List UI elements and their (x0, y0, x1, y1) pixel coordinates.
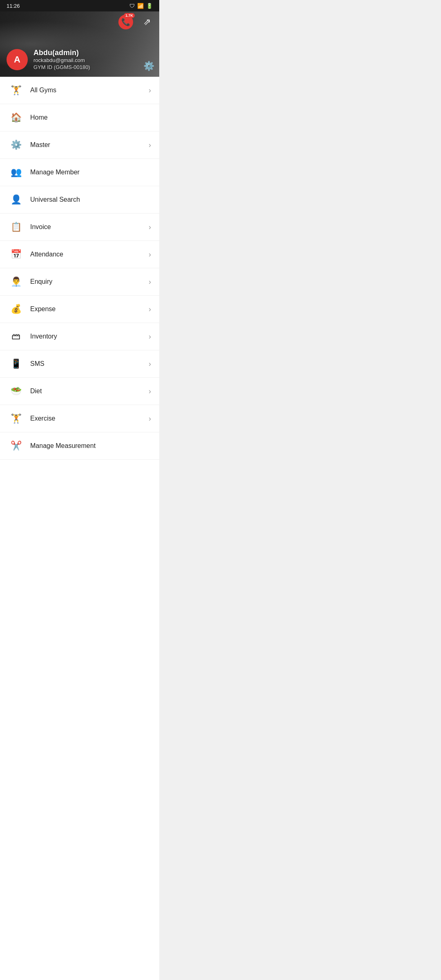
menu-label-master: Master (30, 141, 149, 149)
status-time: 11:26 (7, 3, 20, 9)
menu-item-exercise[interactable]: 🏋️ Exercise › (0, 405, 159, 432)
gym-id: GYM ID (GGMS-00180) (33, 64, 90, 70)
shield-icon: 🛡 (129, 3, 135, 9)
menu-icon-manage-member: 👥 (8, 165, 24, 180)
menu-item-enquiry[interactable]: 👨‍💼 Enquiry › (0, 268, 159, 296)
status-bar: 11:26 🛡 📶 🔋 (0, 0, 159, 11)
menu-item-master[interactable]: ⚙️ Master › (0, 131, 159, 159)
settings-icon: ⚙️ (143, 61, 154, 71)
menu-label-home: Home (30, 114, 151, 121)
menu-icon-sms: 📱 (8, 356, 24, 372)
menu-icon-manage-measurement: ✂️ (8, 438, 24, 454)
chevron-icon-diet: › (149, 387, 151, 396)
menu-label-expense: Expense (30, 305, 149, 313)
chevron-icon-expense: › (149, 305, 151, 314)
menu-item-manage-member[interactable]: 👥 Manage Member (0, 159, 159, 186)
menu-item-all-gyms[interactable]: 🏋 All Gyms › (0, 77, 159, 104)
signal-icon: 📶 (137, 3, 144, 9)
user-profile: A Abdu(admin) rockabdu@gmail.com GYM ID … (7, 49, 90, 70)
menu-label-invoice: Invoice (30, 223, 149, 231)
notification-badge: 1.7K (124, 13, 135, 18)
user-info: Abdu(admin) rockabdu@gmail.com GYM ID (G… (33, 49, 90, 70)
menu-item-manage-measurement[interactable]: ✂️ Manage Measurement (0, 432, 159, 460)
menu-icon-inventory: 🗃 (8, 329, 24, 344)
menu-label-enquiry: Enquiry (30, 278, 149, 285)
menu-item-home[interactable]: 🏠 Home (0, 104, 159, 131)
menu-item-sms[interactable]: 📱 SMS › (0, 350, 159, 378)
menu-item-inventory[interactable]: 🗃 Inventory › (0, 323, 159, 350)
chevron-icon-exercise: › (149, 414, 151, 423)
menu-label-manage-measurement: Manage Measurement (30, 442, 151, 450)
menu-icon-all-gyms: 🏋 (8, 82, 24, 98)
status-icons: 🛡 📶 🔋 (129, 3, 153, 9)
menu-label-universal-search: Universal Search (30, 196, 151, 203)
menu-item-invoice[interactable]: 📋 Invoice › (0, 214, 159, 241)
header-background: 📞 1.7K ⇗ ⚙️ A Abdu(admin) rockabdu@gmail… (0, 11, 159, 77)
menu-icon-attendance: 📅 (8, 247, 24, 262)
chevron-icon-master: › (149, 141, 151, 149)
drawer-menu: 🏋 All Gyms › 🏠 Home ⚙️ Master › 👥 Manage… (0, 77, 159, 980)
chevron-icon-sms: › (149, 360, 151, 368)
menu-icon-expense: 💰 (8, 301, 24, 317)
notification-button[interactable]: 📞 1.7K (118, 15, 133, 29)
menu-icon-master: ⚙️ (8, 137, 24, 153)
menu-item-expense[interactable]: 💰 Expense › (0, 296, 159, 323)
menu-label-exercise: Exercise (30, 415, 149, 422)
menu-icon-universal-search: 👤 (8, 192, 24, 207)
top-action-bar: 📞 1.7K ⇗ (114, 11, 159, 33)
menu-icon-diet: 🥗 (8, 383, 24, 399)
menu-label-sms: SMS (30, 360, 149, 368)
user-name: Abdu(admin) (33, 49, 90, 57)
menu-label-inventory: Inventory (30, 333, 149, 340)
menu-item-attendance[interactable]: 📅 Attendance › (0, 241, 159, 268)
share-icon: ⇗ (143, 17, 151, 27)
menu-label-manage-member: Manage Member (30, 169, 151, 176)
menu-label-all-gyms: All Gyms (30, 87, 149, 94)
settings-button[interactable]: ⚙️ (141, 59, 156, 74)
share-button[interactable]: ⇗ (140, 15, 154, 29)
chevron-icon-inventory: › (149, 332, 151, 341)
chevron-icon-all-gyms: › (149, 86, 151, 95)
phone-icon: 📞 (121, 18, 130, 27)
menu-icon-invoice: 📋 (8, 219, 24, 235)
avatar: A (7, 49, 28, 70)
menu-item-diet[interactable]: 🥗 Diet › (0, 378, 159, 405)
menu-icon-home: 🏠 (8, 110, 24, 125)
chevron-icon-attendance: › (149, 250, 151, 259)
menu-label-attendance: Attendance (30, 251, 149, 258)
user-email: rockabdu@gmail.com (33, 57, 90, 63)
chevron-icon-invoice: › (149, 223, 151, 232)
menu-icon-enquiry: 👨‍💼 (8, 274, 24, 290)
battery-icon: 🔋 (146, 3, 153, 9)
menu-label-diet: Diet (30, 388, 149, 395)
chevron-icon-enquiry: › (149, 278, 151, 286)
menu-item-universal-search[interactable]: 👤 Universal Search (0, 186, 159, 214)
menu-icon-exercise: 🏋️ (8, 411, 24, 426)
